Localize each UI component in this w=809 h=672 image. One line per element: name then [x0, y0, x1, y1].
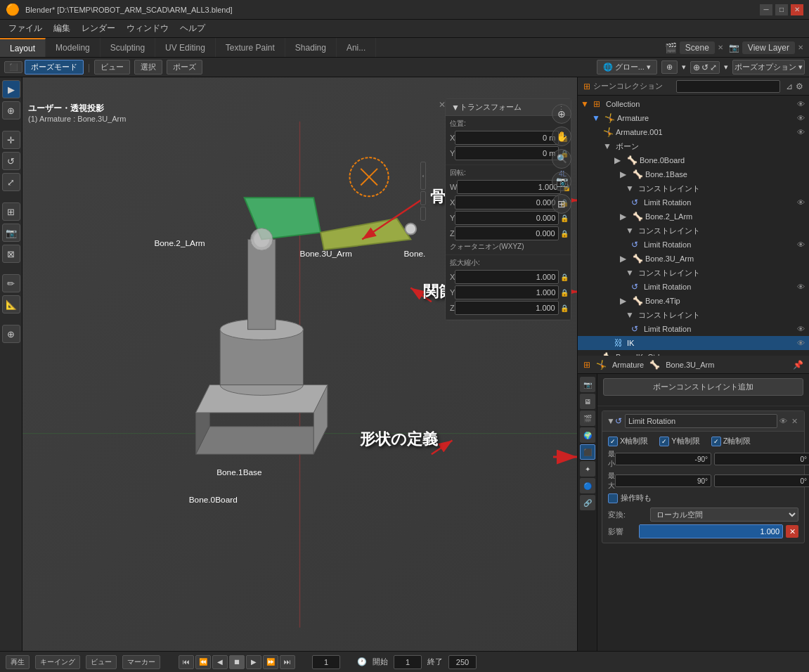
step-fwd-btn[interactable]: ⏩: [263, 655, 278, 669]
play-btn[interactable]: ▶: [246, 655, 261, 669]
scale-tool-btn[interactable]: ⤢: [710, 63, 717, 72]
keying-btn[interactable]: キーイング: [35, 655, 80, 669]
gizmo-grid[interactable]: ⊞: [552, 194, 571, 214]
x-min-field[interactable]: [615, 453, 711, 465]
extra-tool[interactable]: ⊕: [2, 325, 20, 343]
limit-rot1-vis[interactable]: 👁: [795, 198, 806, 207]
scale-tool[interactable]: ⤢: [2, 173, 20, 191]
z-axis-checkbox[interactable]: [711, 437, 721, 446]
props-render-btn[interactable]: 📷: [580, 377, 595, 392]
tree-item-constraint-group1[interactable]: ▼ コンストレイント: [578, 181, 809, 195]
tree-item-limit-rot3[interactable]: ↺ Limit Rotation 👁: [578, 280, 809, 294]
constraint-vis-btn[interactable]: 👁: [777, 417, 789, 425]
side-btn2[interactable]: [420, 191, 426, 205]
play-back-btn[interactable]: ◀: [212, 655, 228, 669]
constraint-remove-btn[interactable]: ✕: [789, 417, 800, 426]
side-btn3[interactable]: [420, 207, 426, 221]
props-output-btn[interactable]: 🖥: [580, 394, 595, 409]
tree-item-ik[interactable]: ⛓ IK 👁: [578, 336, 809, 350]
gizmo-pan[interactable]: ✋: [552, 127, 571, 146]
tree-item-armature[interactable]: ▼ 🤸 Armature 👁: [578, 111, 809, 125]
menu-file[interactable]: ファイル: [3, 20, 48, 37]
pos-y-field[interactable]: [455, 146, 559, 160]
props-physics-btn[interactable]: 🔵: [580, 478, 595, 493]
limit-rot2-vis[interactable]: 👁: [795, 240, 806, 249]
outliner-filter-btn[interactable]: ⊿: [786, 82, 793, 91]
ik-vis[interactable]: 👁: [795, 339, 806, 347]
add-constraint-button[interactable]: ボーンコンストレイント追加: [603, 378, 803, 396]
close-button[interactable]: ✕: [791, 4, 803, 15]
y-axis-checkbox[interactable]: [659, 437, 669, 446]
tree-item-armature001[interactable]: 🤸 Armature.001 👁: [578, 125, 809, 139]
start-frame-field[interactable]: 1: [394, 655, 422, 669]
tree-item-bone2larm[interactable]: ▶ 🦴 Bone.2_LArm: [578, 209, 809, 224]
tree-item-limit-rot2[interactable]: ↺ Limit Rotation 👁: [578, 238, 809, 252]
gizmo-orbit[interactable]: ⊕: [552, 104, 571, 124]
cursor-tool[interactable]: ⊕: [2, 101, 20, 119]
scale-z-field[interactable]: [455, 301, 559, 315]
influence-bar[interactable]: 1.000: [639, 524, 783, 538]
armature001-vis-icon[interactable]: 👁: [795, 128, 806, 136]
pose-menu-btn[interactable]: ポーズ: [167, 60, 202, 75]
rot-x-field[interactable]: [455, 195, 559, 209]
x-axis-checkbox[interactable]: [608, 437, 618, 446]
tree-item-collection[interactable]: ▼ ⊞ Collection 👁: [578, 97, 809, 111]
end-frame-field[interactable]: 250: [448, 655, 477, 669]
transform-space-select[interactable]: ローカル空間 ワールド空間: [650, 508, 798, 522]
current-frame-display[interactable]: 1: [312, 655, 340, 669]
menu-render[interactable]: レンダー: [76, 20, 121, 37]
tree-item-constraint-group3[interactable]: ▼ コンストレイント: [578, 266, 809, 280]
viewport-3d[interactable]: Bone.1Base Bone.0Board Bone.2_LArm: [22, 77, 577, 651]
move-tool[interactable]: ✛: [2, 131, 20, 149]
minimize-button[interactable]: ─: [760, 4, 772, 15]
tree-item-constraint-group2[interactable]: ▼ コンストレイント: [578, 224, 809, 238]
outliner-tree[interactable]: ▼ ⊞ Collection 👁 ▼ 🤸 Armature 👁 🤸 Armatu…: [578, 96, 809, 356]
rotate-tool[interactable]: ↺: [2, 152, 20, 170]
constraint-collapse-icon[interactable]: ▼: [607, 416, 615, 426]
scale-x-field[interactable]: [455, 270, 559, 284]
y-min-field[interactable]: [714, 453, 809, 465]
props-world-btn[interactable]: 🌍: [580, 427, 595, 443]
side-collapse-btn[interactable]: ‹: [420, 162, 426, 190]
props-pin-icon[interactable]: 📌: [793, 360, 803, 370]
props-constraints-btn[interactable]: 🔗: [580, 495, 595, 510]
maximize-button[interactable]: □: [775, 4, 788, 15]
y-max-field[interactable]: [714, 474, 809, 487]
props-object-btn[interactable]: ⬛: [580, 444, 595, 460]
camera-tool[interactable]: 📷: [2, 224, 20, 242]
tree-item-constraint-group4[interactable]: ▼ コンストレイント: [578, 308, 809, 322]
x-max-field[interactable]: [615, 474, 711, 487]
gizmo-camera[interactable]: 📷: [552, 172, 571, 191]
tab-animation[interactable]: Ani...: [337, 38, 376, 57]
pose-mode-dropdown[interactable]: ポーズモード: [25, 60, 84, 75]
rot-y-field[interactable]: [455, 211, 559, 225]
timeline-view-btn[interactable]: ビュー: [86, 655, 117, 669]
rotate-tool-btn[interactable]: ↺: [701, 63, 708, 72]
props-particles-btn[interactable]: ✦: [580, 461, 595, 477]
view-mode-btn[interactable]: ⬛: [4, 61, 22, 73]
timeline-marker-btn[interactable]: マーカー: [122, 655, 160, 669]
transform-tool[interactable]: ⊞: [2, 202, 20, 221]
tree-item-bone0board[interactable]: ▶ 🦴 Bone.0Board: [578, 153, 809, 167]
select-tool[interactable]: ▶: [2, 80, 20, 98]
limit-rot3-vis[interactable]: 👁: [795, 283, 806, 291]
stop-btn[interactable]: ⏹: [229, 655, 245, 669]
select-menu-btn[interactable]: 選択: [134, 60, 162, 75]
tab-texture-paint[interactable]: Texture Paint: [216, 38, 285, 57]
pos-x-field[interactable]: [455, 131, 559, 145]
tree-item-bone1base[interactable]: ▶ 🦴 Bone.1Base: [578, 167, 809, 181]
tree-item-limit-rot1[interactable]: ↺ Limit Rotation 👁: [578, 195, 809, 209]
pose-options-btn[interactable]: ポーズオプション ▾: [732, 60, 805, 75]
outliner-options-btn[interactable]: ⚙: [796, 82, 803, 91]
snap-btn[interactable]: ⊕: [661, 60, 678, 74]
tab-uv-editing[interactable]: UV Editing: [155, 38, 216, 57]
armature-vis-icon[interactable]: 👁: [795, 114, 806, 122]
gizmo-zoom[interactable]: 🔍: [552, 149, 571, 169]
tab-sculpting[interactable]: Sculpting: [101, 38, 155, 57]
menu-help[interactable]: ヘルプ: [174, 20, 211, 37]
rot-z-field[interactable]: [455, 226, 559, 240]
menu-window[interactable]: ウィンドウ: [121, 20, 174, 37]
jump-start-btn[interactable]: ⏮: [179, 655, 194, 669]
tree-item-bones-group[interactable]: ▼ ボーン: [578, 139, 809, 153]
tree-item-bone3uarm[interactable]: ▶ 🦴 Bone.3U_Arm: [578, 252, 809, 266]
